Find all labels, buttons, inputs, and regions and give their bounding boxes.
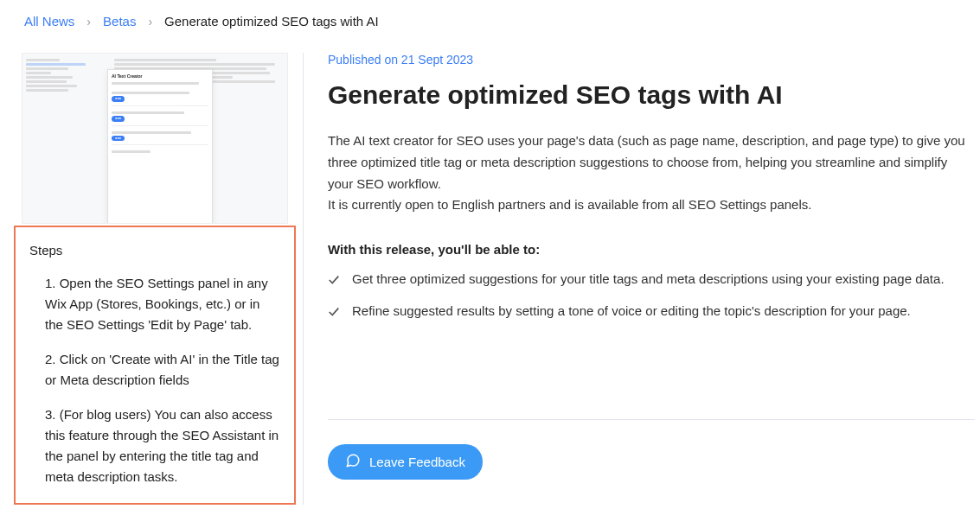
step-item: 1. Open the SEO Settings panel in any Wi…	[45, 273, 280, 335]
comment-icon	[345, 453, 361, 471]
breadcrumb: All News › Betas › Generate optimized SE…	[0, 0, 980, 42]
breadcrumb-link-all-news[interactable]: All News	[24, 14, 74, 29]
chevron-right-icon: ›	[148, 15, 152, 29]
leave-feedback-button[interactable]: Leave Feedback	[328, 444, 483, 480]
check-icon	[328, 271, 340, 292]
main-content: Published on 21 Sept 2023 Generate optim…	[303, 53, 980, 505]
steps-heading: Steps	[29, 243, 280, 258]
thumbnail-button-icon: ●●●	[112, 136, 125, 142]
article-thumbnail: AI Text Creator ●●● ●●● ●●●	[22, 53, 288, 224]
bullet-text: Refine suggested results by setting a to…	[352, 301, 911, 321]
step-item: 3. (For blog users) You can also access …	[45, 404, 280, 487]
release-bullet-item: Refine suggested results by setting a to…	[328, 301, 975, 324]
feedback-button-label: Leave Feedback	[369, 455, 465, 469]
published-date: Published on 21 Sept 2023	[328, 53, 975, 67]
release-subtitle: With this release, you'll be able to:	[328, 242, 975, 257]
check-icon	[328, 303, 340, 324]
breadcrumb-link-betas[interactable]: Betas	[103, 14, 136, 29]
chevron-right-icon: ›	[86, 15, 91, 29]
article-description: The AI text creator for SEO uses your pa…	[328, 130, 975, 216]
thumbnail-panel: AI Text Creator ●●● ●●● ●●●	[107, 69, 213, 224]
step-item: 2. Click on 'Create with AI' in the Titl…	[45, 349, 280, 391]
description-para-1: The AI text creator for SEO uses your pa…	[328, 133, 965, 191]
divider	[328, 419, 975, 420]
thumbnail-button-icon: ●●●	[112, 116, 125, 122]
bullet-text: Get three optimized suggestions for your…	[352, 269, 945, 289]
thumbnail-button-icon: ●●●	[112, 96, 125, 102]
release-bullet-item: Get three optimized suggestions for your…	[328, 269, 975, 292]
release-bullets: Get three optimized suggestions for your…	[328, 269, 975, 324]
breadcrumb-current: Generate optimized SEO tags with AI	[164, 14, 379, 29]
thumbnail-panel-title: AI Text Creator	[112, 73, 208, 80]
steps-box: Steps 1. Open the SEO Settings panel in …	[14, 226, 296, 505]
sidebar: AI Text Creator ●●● ●●● ●●● Steps	[7, 53, 303, 505]
description-para-2: It is currently open to English partners…	[328, 197, 811, 212]
article-title: Generate optimized SEO tags with AI	[328, 80, 975, 110]
